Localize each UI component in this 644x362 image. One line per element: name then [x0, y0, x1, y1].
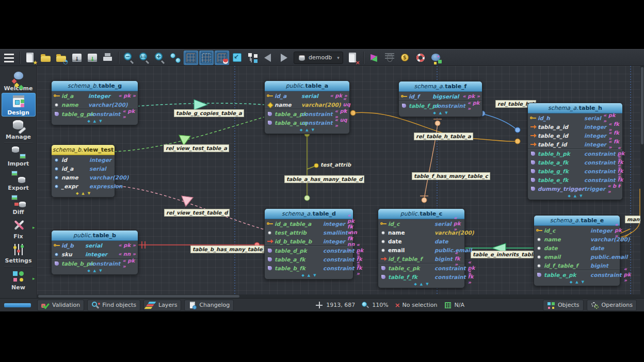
objects-button[interactable]: Objects — [543, 300, 584, 311]
expand-icon[interactable]: ▲ — [305, 128, 308, 132]
column-row[interactable]: datedate — [534, 243, 620, 252]
open-model-button[interactable] — [39, 51, 53, 65]
collapse-icon[interactable]: ◆ — [300, 128, 302, 132]
operations-button[interactable]: Operations — [587, 300, 637, 311]
hide-icon[interactable]: ▼ — [579, 194, 582, 198]
vertical-scrollbar[interactable] — [640, 66, 644, 298]
column-row[interactable]: namevarchar(200) — [378, 228, 464, 237]
edge-rel_table_h_table_f[interactable] — [483, 114, 517, 129]
column-row[interactable]: table_a_fkconstraint« fk » — [528, 158, 622, 167]
sidebar-item-settings[interactable]: Settings — [2, 241, 36, 265]
sidebar-item-manage[interactable]: Manage — [2, 117, 36, 141]
best-fit-button[interactable] — [168, 51, 183, 65]
show-grid-button[interactable] — [184, 51, 198, 65]
relationship-label[interactable]: table_a_has_many_table_d — [284, 175, 364, 183]
column-row[interactable]: table_e_pkconstraint« pk » — [534, 270, 620, 279]
sidebar-item-diff[interactable]: Diff — [2, 192, 36, 216]
collapse-icon[interactable]: ◆ — [568, 194, 570, 198]
database-selector[interactable]: demodb▾ — [294, 52, 343, 64]
column-row[interactable]: table_a_uqconstraint« uq » — [265, 118, 349, 127]
save-model-button[interactable]: ↓ — [70, 51, 84, 65]
hide-icon[interactable]: ▼ — [313, 274, 316, 277]
column-row[interactable]: id_aserial — [52, 164, 115, 173]
table-header[interactable]: schema_a.table_e — [534, 216, 620, 226]
expand-icon[interactable]: ▲ — [93, 120, 96, 123]
column-row[interactable]: dummy_triggertrigger« b i » — [528, 184, 622, 193]
table-table_b[interactable]: public.table_bid_bserial« pk »skuinteger… — [51, 230, 138, 275]
relationship-label[interactable]: table_g_copies_table_a — [174, 109, 244, 117]
column-row[interactable]: table_b_pkconstraint« pk » — [52, 258, 138, 268]
layers-button[interactable]: Layers — [143, 300, 181, 311]
zoom-in-button[interactable]: + — [153, 51, 167, 65]
sidebar-item-design[interactable]: Design — [2, 93, 36, 117]
table-table_g[interactable]: schema_b.table_gid_ainteger« pk »namevar… — [51, 80, 138, 125]
expand-icon[interactable]: ▲ — [575, 281, 578, 284]
support-button[interactable] — [413, 51, 428, 65]
column-row[interactable]: _exprexpression — [52, 182, 115, 190]
sidebar-item-export[interactable]: Export — [2, 168, 36, 192]
donate-button[interactable]: $ — [398, 51, 412, 65]
table-table_a[interactable]: public.table_aid_aserial« pk »namevarcha… — [264, 80, 350, 134]
table-header[interactable]: schema_b.table_g — [52, 81, 138, 91]
column-row[interactable]: skuinteger« nn » — [52, 250, 138, 258]
column-row[interactable]: table_d_pkconstraint« pk » — [265, 245, 353, 255]
column-row[interactable]: table_f_fkconstraint« fk » — [378, 272, 464, 281]
hide-icon[interactable]: ▼ — [582, 281, 584, 284]
column-row[interactable]: namevarchar(200)« uq » — [265, 100, 349, 109]
relationship-label[interactable]: table_b_has_many_table_d — [190, 245, 271, 253]
column-row[interactable]: id_bserial« pk » — [52, 241, 138, 250]
column-row[interactable]: id_f_table_fbigint — [534, 261, 620, 270]
table-header[interactable]: schema_a.table_f — [399, 81, 482, 92]
column-row[interactable]: table_a_fkconstraint« fk » — [265, 255, 353, 264]
print-model-button[interactable] — [101, 51, 115, 65]
column-row[interactable]: namevarchar(200) — [52, 100, 138, 109]
table-header[interactable]: schema_a.table_d — [265, 209, 353, 219]
expand-icon[interactable]: ▲ — [308, 274, 310, 277]
snap-to-grid-button[interactable] — [215, 51, 229, 65]
table-table_e[interactable]: schema_a.table_eid_cinteger« pk »namevar… — [534, 215, 620, 286]
collapse-icon[interactable]: ◆ — [433, 111, 436, 115]
sidebar-item-welcome[interactable]: Welcome — [2, 69, 36, 92]
zoom-original-button[interactable]: 1:1 — [137, 51, 152, 65]
table-table_h[interactable]: schema_a.table_hid_hserial« pk »table_a_… — [527, 103, 623, 200]
expand-icon[interactable]: ▲ — [93, 269, 96, 273]
relationship-label[interactable]: rel_table_h_table_a — [414, 133, 473, 140]
view-view_test[interactable]: schema_b.view_testidintegerid_aserialnam… — [51, 144, 115, 198]
previous-model-button[interactable] — [261, 51, 276, 65]
hide-icon[interactable]: ▼ — [99, 120, 102, 123]
collapse-icon[interactable]: ◆ — [301, 274, 304, 277]
collapse-icon[interactable]: ◆ — [87, 269, 90, 273]
validation-button[interactable]: Validation — [37, 300, 84, 311]
table-header[interactable]: public.table_b — [52, 231, 138, 241]
zoom-out-button[interactable]: − — [122, 51, 136, 65]
column-row[interactable]: namevarchar(200) — [534, 235, 620, 243]
table-table_d[interactable]: schema_a.table_did_a_table_ainteger« pk … — [264, 208, 353, 279]
column-row[interactable]: emailpublic.email — [534, 252, 620, 261]
table-header[interactable]: public.table_a — [265, 81, 349, 91]
column-row[interactable]: id_b_table_binteger« fk nn » — [265, 237, 353, 245]
column-row[interactable]: namevarchar(200) — [52, 173, 115, 182]
expand-icon[interactable]: ▲ — [439, 111, 442, 115]
design-canvas[interactable]: table_g_copies_table_arel_view_test_tabl… — [37, 66, 644, 298]
sidebar-item-import[interactable]: Import — [2, 144, 36, 168]
hide-icon[interactable]: ▼ — [88, 192, 90, 195]
align-to-grid-button[interactable] — [199, 51, 214, 65]
pgmodeler-projects-button[interactable] — [429, 51, 443, 65]
recent-models-button[interactable]: ◔ — [54, 51, 69, 65]
column-row[interactable]: id_cserial« pk » — [378, 219, 464, 228]
hide-icon[interactable]: ▼ — [312, 128, 314, 132]
find-objects-button[interactable]: Find objects — [87, 300, 140, 311]
column-row[interactable]: datedate — [378, 237, 464, 245]
column-row[interactable]: id_aserial« pk » — [265, 91, 349, 100]
column-row[interactable]: table_c_pkconstraint« pk » — [378, 263, 464, 272]
bug-report-button[interactable] — [382, 51, 397, 65]
column-row[interactable]: table_b_fkconstraint« fk » — [265, 264, 353, 272]
relationship-label[interactable]: rel_view_test_table_d — [164, 209, 230, 217]
column-row[interactable]: table_f_idinteger« fk » — [528, 140, 622, 149]
column-row[interactable]: id_a_table_ainteger« pk fk » — [265, 219, 353, 228]
hide-icon[interactable]: ▼ — [426, 283, 428, 286]
column-row[interactable]: table_h_pkconstraint« pk » — [528, 149, 622, 158]
sidebar-item-fix[interactable]: Fix▸ — [2, 217, 36, 240]
hide-icon[interactable]: ▼ — [99, 269, 102, 273]
sidebar-item-new[interactable]: New▸ — [2, 268, 36, 291]
